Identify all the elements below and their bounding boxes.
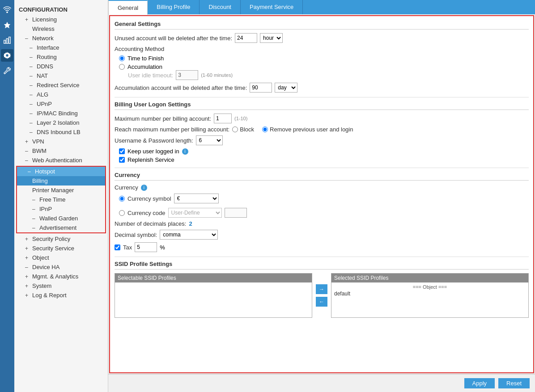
selected-ssid-title: Selected SSID Profiles xyxy=(331,274,528,282)
radio-time-to-finish[interactable]: Time to Finish xyxy=(119,55,529,62)
sidebar-item-licensing[interactable]: + Licensing xyxy=(14,15,108,24)
sidebar-item-routing[interactable]: – Routing xyxy=(14,52,108,62)
sidebar-item-wireless[interactable]: Wireless xyxy=(14,24,108,34)
sidebar-item-interface[interactable]: – Interface xyxy=(14,43,108,52)
sidebar-item-ipnp[interactable]: – IPnP xyxy=(17,204,105,214)
general-settings-section: General Settings Unused account will be … xyxy=(115,21,529,93)
reset-button[interactable]: Reset xyxy=(498,378,530,388)
icon-gear[interactable] xyxy=(1,49,13,62)
icon-star[interactable] xyxy=(1,19,13,31)
icon-wrench[interactable] xyxy=(1,64,13,77)
unused-account-unit-select[interactable]: hour day xyxy=(260,33,283,43)
ssid-default-item[interactable]: default xyxy=(333,290,527,298)
sidebar-item-ddns[interactable]: – DDNS xyxy=(14,62,108,71)
sidebar-item-object[interactable]: + Object xyxy=(14,253,108,262)
tax-checkbox[interactable] xyxy=(115,244,120,250)
sidebar-title: CONFIGURATION xyxy=(14,4,108,15)
currency-symbol-row: Currency symbol € $ £ xyxy=(119,194,529,203)
sidebar-item-walled[interactable]: – Walled Garden xyxy=(17,214,105,223)
tax-label: Tax xyxy=(123,244,132,251)
password-length-label: Username & Password length: xyxy=(115,137,193,144)
icon-chart[interactable] xyxy=(1,34,13,46)
svg-rect-4 xyxy=(9,37,11,43)
radio-accumulation-input[interactable] xyxy=(119,64,125,70)
decimals-label: Number of decimals places: xyxy=(115,220,186,227)
sidebar-item-hotspot[interactable]: – Hotspot xyxy=(17,167,105,176)
sidebar-item-billing[interactable]: Billing xyxy=(17,176,105,185)
max-number-input[interactable] xyxy=(214,114,232,123)
sidebar-item-webauth[interactable]: – Web Authentication xyxy=(14,156,108,165)
replenish-checkbox[interactable] xyxy=(119,157,125,163)
sidebar-item-redirect[interactable]: – Redirect Service xyxy=(14,80,108,90)
currency-radio-group: Currency symbol € $ £ Currency code User… xyxy=(115,194,529,220)
tab-discount[interactable]: Discount xyxy=(200,0,241,14)
password-length-row: Username & Password length: 6 8 10 xyxy=(115,135,529,145)
currency-section-title: Currency xyxy=(115,172,529,181)
radio-block-input[interactable] xyxy=(232,126,238,132)
arrow-left-button[interactable]: ← xyxy=(316,297,327,307)
radio-currency-symbol-input[interactable] xyxy=(119,196,125,202)
tab-payment-service[interactable]: Payment Service xyxy=(241,0,303,14)
sidebar-item-upnp[interactable]: – UPnP xyxy=(14,99,108,109)
sidebar-item-freetime[interactable]: – Free Time xyxy=(17,195,105,204)
svg-point-0 xyxy=(6,12,8,13)
decimals-row: Number of decimals places: 2 xyxy=(115,220,529,227)
password-length-select[interactable]: 6 8 10 xyxy=(196,135,223,145)
tab-general[interactable]: General xyxy=(108,0,148,15)
tax-input[interactable] xyxy=(135,242,157,252)
currency-section: Currency Currency i Currency symbol € $ … xyxy=(115,172,529,252)
decimal-symbol-select[interactable]: comma period xyxy=(160,230,218,240)
sidebar-item-security-service[interactable]: + Security Service xyxy=(14,244,108,253)
icon-wifi[interactable] xyxy=(1,4,13,16)
currency-code-select[interactable]: User-Define xyxy=(168,208,222,218)
sidebar-item-nat[interactable]: – NAT xyxy=(14,71,108,80)
sidebar-item-security-policy[interactable]: + Security Policy xyxy=(14,234,108,244)
sidebar-item-mgmt[interactable]: + Mgmt. & Analytics xyxy=(14,272,108,281)
tab-billing-profile[interactable]: Billing Profile xyxy=(148,0,200,14)
sidebar-item-dns-inbound[interactable]: – DNS Inbound LB xyxy=(14,127,108,137)
currency-symbol-select[interactable]: € $ £ xyxy=(174,194,219,203)
sidebar: CONFIGURATION + Licensing Wireless – Net… xyxy=(14,0,108,392)
block-option[interactable]: Block xyxy=(232,126,254,133)
apply-button[interactable]: Apply xyxy=(464,378,495,388)
radio-accumulation[interactable]: Accumulation xyxy=(119,63,529,70)
content-area: General Settings Unused account will be … xyxy=(109,15,534,373)
currency-info-icon[interactable]: i xyxy=(141,185,147,191)
accumulation-delete-unit-select[interactable]: day hour xyxy=(275,83,297,93)
divider-1 xyxy=(115,97,529,97)
block-label: Block xyxy=(240,126,254,133)
replenish-label: Replenish Service xyxy=(127,156,174,163)
sidebar-item-deviceha[interactable]: – Device HA xyxy=(14,262,108,272)
sidebar-item-alg[interactable]: – ALG xyxy=(14,90,108,99)
keep-logged-checkbox[interactable] xyxy=(119,148,125,154)
keep-logged-info-icon[interactable]: i xyxy=(182,148,188,155)
user-idle-timeout-row: User idle timeout: (1-60 minutes) xyxy=(115,70,529,80)
radio-time-to-finish-input[interactable] xyxy=(119,55,125,61)
divider-3 xyxy=(115,257,529,257)
accumulation-delete-row: Accumulation account will be deleted aft… xyxy=(115,83,529,93)
selectable-ssid-box: Selectable SSID Profiles xyxy=(115,273,312,318)
sidebar-item-printer[interactable]: Printer Manager xyxy=(17,185,105,195)
sidebar-item-bwm[interactable]: – BWM xyxy=(14,146,108,156)
sidebar-item-system[interactable]: + System xyxy=(14,281,108,291)
sidebar-item-vpn[interactable]: + VPN xyxy=(14,137,108,146)
radio-currency-code-input[interactable] xyxy=(119,210,125,216)
unused-account-input[interactable] xyxy=(235,33,257,43)
currency-label: Currency xyxy=(115,184,138,191)
max-number-row: Maximum number per billing account: (1-1… xyxy=(115,114,529,123)
currency-code-custom-input[interactable] xyxy=(225,208,247,218)
sidebar-item-logreport[interactable]: + Log & Report xyxy=(14,291,108,300)
sidebar-item-layer2[interactable]: – Layer 2 Isolation xyxy=(14,118,108,127)
remove-option[interactable]: Remove previous user and login xyxy=(262,126,353,133)
svg-marker-1 xyxy=(4,22,10,28)
arrow-right-button[interactable]: → xyxy=(316,284,327,294)
radio-remove-input[interactable] xyxy=(262,126,268,132)
currency-code-label: Currency code xyxy=(127,210,166,216)
sidebar-item-network[interactable]: – Network xyxy=(14,34,108,43)
reach-max-label: Reach maximum number per billing account… xyxy=(115,126,229,133)
sidebar-item-ipmac[interactable]: – IP/MAC Binding xyxy=(14,109,108,118)
accumulation-delete-input[interactable] xyxy=(250,83,272,93)
user-idle-timeout-input[interactable] xyxy=(176,70,198,80)
sidebar-item-advertisement[interactable]: – Advertisement xyxy=(17,223,105,232)
billing-logon-section: Billing User Logon Settings Maximum numb… xyxy=(115,101,529,163)
